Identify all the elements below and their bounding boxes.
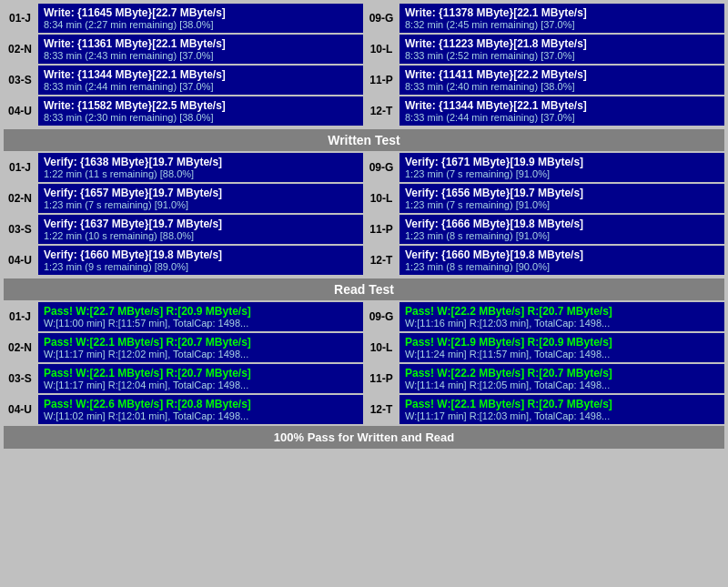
card-label: 03-S <box>4 215 36 244</box>
card-content: Pass! W:[22.1 MByte/s] R:[20.7 MByte/s]W… <box>38 364 363 393</box>
card-row: 01-JWrite: {11645 MByte}[22.7 MByte/s]8:… <box>4 4 363 33</box>
card-label: 10-L <box>365 333 398 362</box>
card-line1: Verify: {1666 MByte}[19.8 MByte/s] <box>405 218 719 230</box>
card-row: 02-NWrite: {11361 MByte}[22.1 MByte/s]8:… <box>4 35 363 64</box>
card-line1: Verify: {1671 MByte}[19.9 MByte/s] <box>405 156 719 168</box>
card-label: 11-P <box>365 215 398 244</box>
card-line1: Verify: {1660 MByte}[19.8 MByte/s] <box>44 248 358 261</box>
card-line1: Write: {11582 MByte}[22.5 MByte/s] <box>44 99 358 112</box>
card-line2: 8:33 min (2:40 min remaining) [38.0%] <box>405 81 719 92</box>
card-line1: Write: {11344 MByte}[22.1 MByte/s] <box>44 68 358 81</box>
read-test-header: Read Test <box>4 278 724 300</box>
card-line2: 8:33 min (2:43 min remaining) [37.0%] <box>44 50 358 61</box>
card-label: 12-T <box>365 246 398 275</box>
card-row: 03-SPass! W:[22.1 MByte/s] R:[20.7 MByte… <box>4 364 363 393</box>
card-row: 12-TVerify: {1660 MByte}[19.8 MByte/s]1:… <box>365 246 724 275</box>
card-content: Pass! W:[22.2 MByte/s] R:[20.7 MByte/s]W… <box>399 364 724 393</box>
card-line2: W:[11:17 min] R:[12:04 min], TotalCap: 1… <box>44 380 358 390</box>
card-content: Pass! W:[22.1 MByte/s] R:[20.7 MByte/s]W… <box>399 395 724 424</box>
card-line2: W:[11:17 min] R:[12:02 min], TotalCap: 1… <box>44 349 358 359</box>
card-line1: Write: {11645 MByte}[22.7 MByte/s] <box>44 6 358 19</box>
card-label: 04-U <box>4 395 36 424</box>
verify-section: 01-JVerify: {1638 MByte}[19.7 MByte/s]1:… <box>4 153 724 300</box>
card-content: Verify: {1638 MByte}[19.7 MByte/s]1:22 m… <box>38 153 363 182</box>
card-line1: Write: {11378 MByte}[22.1 MByte/s] <box>405 6 719 19</box>
pass-grid: 01-JPass! W:[22.7 MByte/s] R:[20.9 MByte… <box>4 302 724 424</box>
card-content: Pass! W:[22.6 MByte/s] R:[20.8 MByte/s]W… <box>38 395 363 424</box>
card-content: Write: {11411 MByte}[22.2 MByte/s]8:33 m… <box>399 66 724 95</box>
card-row: 04-UPass! W:[22.6 MByte/s] R:[20.8 MByte… <box>4 395 363 424</box>
card-row: 02-NVerify: {1657 MByte}[19.7 MByte/s]1:… <box>4 184 363 213</box>
card-label: 02-N <box>4 184 36 213</box>
card-row: 02-NPass! W:[22.1 MByte/s] R:[20.7 MByte… <box>4 333 363 362</box>
main-container: 01-JWrite: {11645 MByte}[22.7 MByte/s]8:… <box>0 0 728 452</box>
card-line2: W:[11:24 min] R:[11:57 min], TotalCap: 1… <box>405 349 719 359</box>
card-line2: W:[11:16 min] R:[12:03 min], TotalCap: 1… <box>405 318 719 329</box>
card-row: 11-PWrite: {11411 MByte}[22.2 MByte/s]8:… <box>365 66 724 95</box>
card-line1: Pass! W:[22.1 MByte/s] R:[20.7 MByte/s] <box>44 367 358 380</box>
card-content: Verify: {1656 MByte}[19.7 MByte/s]1:23 m… <box>399 184 724 213</box>
card-line1: Verify: {1656 MByte}[19.7 MByte/s] <box>405 187 719 199</box>
card-line1: Pass! W:[22.1 MByte/s] R:[20.7 MByte/s] <box>405 398 719 410</box>
card-line1: Write: {11223 MByte}[21.8 MByte/s] <box>405 37 719 50</box>
card-line2: 1:23 min (8 s remaining) [90.0%] <box>405 261 719 272</box>
card-line1: Verify: {1637 MByte}[19.7 MByte/s] <box>44 218 358 230</box>
card-line1: Verify: {1657 MByte}[19.7 MByte/s] <box>44 187 358 199</box>
verify-grid: 01-JVerify: {1638 MByte}[19.7 MByte/s]1:… <box>4 153 724 275</box>
card-row: 01-JPass! W:[22.7 MByte/s] R:[20.9 MByte… <box>4 302 363 331</box>
card-line1: Pass! W:[22.1 MByte/s] R:[20.7 MByte/s] <box>44 336 358 349</box>
card-label: 10-L <box>365 184 398 213</box>
card-label: 09-G <box>365 302 398 331</box>
card-content: Verify: {1666 MByte}[19.8 MByte/s]1:23 m… <box>399 215 724 244</box>
card-line2: 8:33 min (2:44 min remaining) [37.0%] <box>44 81 358 92</box>
card-label: 12-T <box>365 96 398 126</box>
card-label: 02-N <box>4 35 36 64</box>
card-line2: W:[11:17 min] R:[12:03 min], TotalCap: 1… <box>405 410 719 421</box>
card-line2: 1:22 min (11 s remaining) [88.0%] <box>44 168 358 179</box>
card-line2: 8:34 min (2:27 min remaining) [38.0%] <box>44 19 358 30</box>
card-label: 01-J <box>4 153 36 182</box>
card-line1: Pass! W:[22.2 MByte/s] R:[20.7 MByte/s] <box>405 305 719 318</box>
card-label: 11-P <box>365 66 398 95</box>
card-row: 10-LVerify: {1656 MByte}[19.7 MByte/s]1:… <box>365 184 724 213</box>
card-content: Write: {11582 MByte}[22.5 MByte/s]8:33 m… <box>38 96 363 126</box>
card-content: Write: {11378 MByte}[22.1 MByte/s]8:32 m… <box>399 4 724 33</box>
card-line2: 1:23 min (7 s remaining) [91.0%] <box>405 168 719 179</box>
written-test-header: Written Test <box>4 129 724 151</box>
card-line2: W:[11:14 min] R:[12:05 min], TotalCap: 1… <box>405 380 719 390</box>
card-line2: W:[11:02 min] R:[12:01 min], TotalCap: 1… <box>44 410 358 421</box>
card-label: 02-N <box>4 333 36 362</box>
card-content: Write: {11361 MByte}[22.1 MByte/s]8:33 m… <box>38 35 363 64</box>
card-line1: Write: {11361 MByte}[22.1 MByte/s] <box>44 37 358 50</box>
card-line1: Pass! W:[22.2 MByte/s] R:[20.7 MByte/s] <box>405 367 719 380</box>
card-content: Verify: {1660 MByte}[19.8 MByte/s]1:23 m… <box>38 246 363 275</box>
card-row: 12-TWrite: {11344 MByte}[22.1 MByte/s]8:… <box>365 96 724 126</box>
card-line2: 8:33 min (2:30 min remaining) [38.0%] <box>44 112 358 123</box>
card-line2: 1:23 min (7 s remaining) [91.0%] <box>44 199 358 210</box>
card-line2: 1:23 min (7 s remaining) [91.0%] <box>405 199 719 210</box>
card-content: Write: {11344 MByte}[22.1 MByte/s]8:33 m… <box>38 66 363 95</box>
card-content: Verify: {1660 MByte}[19.8 MByte/s]1:23 m… <box>399 246 724 275</box>
card-line1: Write: {11344 MByte}[22.1 MByte/s] <box>405 99 719 112</box>
card-row: 11-PVerify: {1666 MByte}[19.8 MByte/s]1:… <box>365 215 724 244</box>
card-line2: 1:23 min (8 s remaining) [91.0%] <box>405 230 719 241</box>
card-line1: Pass! W:[22.6 MByte/s] R:[20.8 MByte/s] <box>44 398 358 410</box>
card-content: Write: {11223 MByte}[21.8 MByte/s]8:33 m… <box>399 35 724 64</box>
card-line1: Pass! W:[21.9 MByte/s] R:[20.9 MByte/s] <box>405 336 719 349</box>
card-line2: W:[11:00 min] R:[11:57 min], TotalCap: 1… <box>44 318 358 329</box>
card-content: Pass! W:[22.2 MByte/s] R:[20.7 MByte/s]W… <box>399 302 724 331</box>
card-row: 10-LPass! W:[21.9 MByte/s] R:[20.9 MByte… <box>365 333 724 362</box>
card-label: 01-J <box>4 302 36 331</box>
card-label: 04-U <box>4 96 36 126</box>
card-label: 03-S <box>4 364 36 393</box>
card-line1: Verify: {1660 MByte}[19.8 MByte/s] <box>405 248 719 261</box>
card-content: Pass! W:[21.9 MByte/s] R:[20.9 MByte/s]W… <box>399 333 724 362</box>
pass-section: 01-JPass! W:[22.7 MByte/s] R:[20.9 MByte… <box>4 302 724 424</box>
card-row: 04-UVerify: {1660 MByte}[19.8 MByte/s]1:… <box>4 246 363 275</box>
card-content: Write: {11344 MByte}[22.1 MByte/s]8:33 m… <box>399 96 724 126</box>
card-content: Verify: {1637 MByte}[19.7 MByte/s]1:22 m… <box>38 215 363 244</box>
card-row: 11-PPass! W:[22.2 MByte/s] R:[20.7 MByte… <box>365 364 724 393</box>
footer-bar: 100% Pass for Written and Read <box>4 426 724 449</box>
card-line2: 8:33 min (2:44 min remaining) [37.0%] <box>405 112 719 123</box>
card-content: Verify: {1657 MByte}[19.7 MByte/s]1:23 m… <box>38 184 363 213</box>
